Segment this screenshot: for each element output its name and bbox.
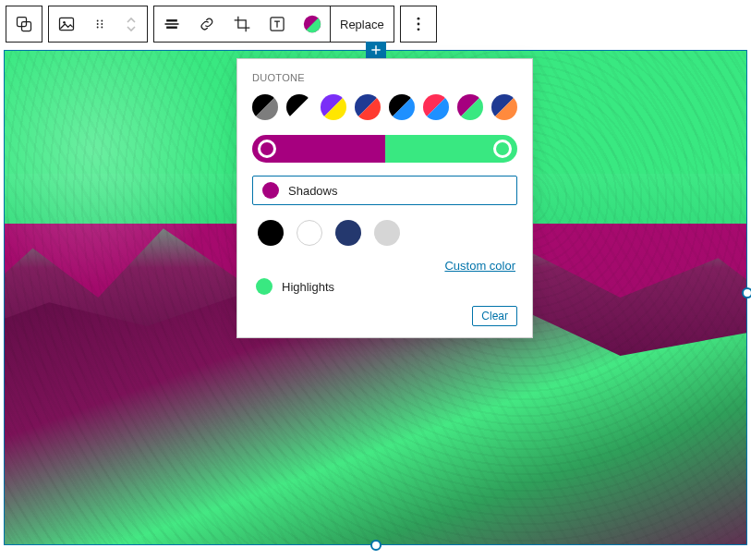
shadows-field[interactable]: Shadows: [252, 176, 517, 205]
duotone-preset-2[interactable]: [321, 94, 346, 120]
align-button[interactable]: [154, 6, 189, 42]
highlights-field[interactable]: Highlights: [252, 276, 517, 297]
move-buttons[interactable]: [115, 6, 147, 42]
svg-rect-12: [166, 27, 177, 30]
crop-button[interactable]: [224, 6, 260, 42]
parent-block-icon: [15, 15, 33, 33]
duotone-preset-5[interactable]: [423, 94, 449, 120]
clear-button[interactable]: Clear: [472, 306, 517, 326]
resize-handle-right[interactable]: [742, 287, 751, 298]
shadow-option-3[interactable]: [374, 220, 400, 246]
shadow-color-options: [252, 216, 517, 250]
block-type-button[interactable]: [49, 6, 84, 42]
svg-point-18: [417, 28, 419, 30]
svg-rect-10: [166, 19, 177, 22]
link-button[interactable]: [189, 6, 224, 42]
chevron-down-icon: [127, 25, 136, 32]
shadow-option-0[interactable]: [258, 220, 284, 246]
image-icon: [57, 15, 76, 33]
duotone-preset-3[interactable]: [355, 94, 381, 120]
toolbar-group-parent: [6, 6, 42, 43]
highlights-label: Highlights: [282, 280, 334, 294]
highlight-color-dot: [256, 278, 273, 295]
replace-label: Replace: [340, 18, 384, 31]
shadow-color-dot: [262, 182, 279, 199]
drag-icon: [93, 18, 106, 30]
svg-point-9: [101, 27, 103, 29]
block-toolbar: Replace: [6, 6, 437, 43]
svg-point-16: [417, 18, 419, 20]
toolbar-group-more: [400, 6, 437, 43]
custom-color-row: Custom color: [254, 259, 515, 273]
duotone-preset-7[interactable]: [491, 94, 517, 120]
duotone-icon: [302, 14, 322, 34]
svg-point-4: [97, 20, 99, 22]
duotone-gradient-bar[interactable]: [252, 135, 517, 163]
clear-label: Clear: [481, 310, 508, 323]
text-overlay-button[interactable]: [260, 6, 295, 42]
svg-point-6: [97, 23, 99, 25]
duotone-popover: DUOTONE Shadows Custom color Highlights …: [236, 58, 533, 338]
gradient-stop-highlight[interactable]: [493, 140, 512, 158]
svg-point-8: [97, 27, 99, 29]
kebab-icon: [409, 15, 428, 33]
block-inserter-button[interactable]: [366, 42, 386, 58]
custom-color-link[interactable]: Custom color: [444, 259, 515, 273]
popover-title: DUOTONE: [252, 72, 517, 83]
align-icon: [163, 15, 181, 33]
more-button[interactable]: [401, 6, 436, 42]
duotone-button[interactable]: [295, 6, 330, 42]
shadow-option-2[interactable]: [335, 220, 361, 246]
toolbar-group-inline: Replace: [153, 6, 394, 43]
svg-point-7: [101, 23, 103, 25]
svg-rect-11: [165, 23, 179, 25]
shadows-label: Shadows: [288, 184, 337, 198]
duotone-preset-0[interactable]: [252, 94, 278, 120]
duotone-preset-row: [252, 94, 517, 120]
plus-icon: [369, 43, 382, 56]
toolbar-group-block: [48, 6, 148, 43]
svg-point-5: [101, 20, 103, 22]
svg-rect-2: [60, 18, 74, 30]
shadow-option-1[interactable]: [297, 220, 322, 246]
svg-point-17: [417, 23, 419, 26]
duotone-preset-4[interactable]: [389, 94, 415, 120]
duotone-preset-6[interactable]: [457, 94, 483, 120]
gradient-stop-shadow[interactable]: [258, 140, 276, 158]
crop-icon: [233, 15, 251, 33]
text-overlay-icon: [268, 15, 286, 33]
chevron-up-icon: [127, 17, 136, 24]
resize-handle-bottom[interactable]: [370, 540, 382, 551]
replace-button[interactable]: Replace: [331, 6, 394, 42]
duotone-preset-1[interactable]: [286, 94, 312, 120]
drag-handle[interactable]: [84, 6, 115, 42]
select-parent-button[interactable]: [6, 6, 42, 42]
link-icon: [198, 15, 216, 33]
